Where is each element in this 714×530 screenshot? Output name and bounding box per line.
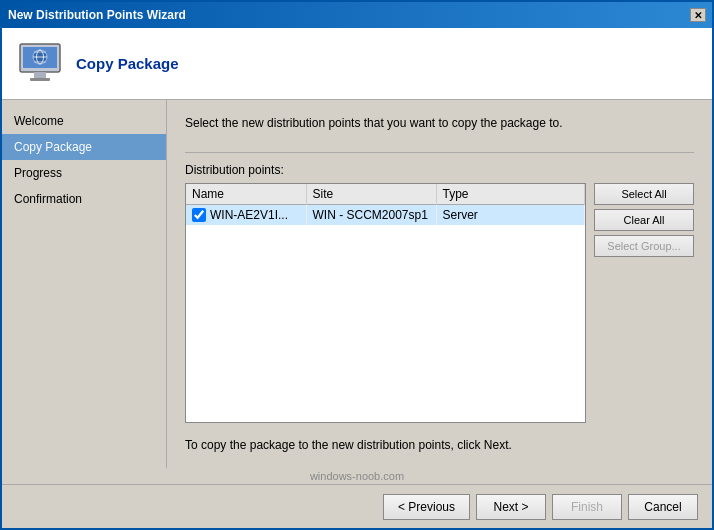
wizard-icon xyxy=(16,40,64,88)
row-type: Server xyxy=(436,205,585,226)
window-title: New Distribution Points Wizard xyxy=(8,8,186,22)
select-all-button[interactable]: Select All xyxy=(594,183,694,205)
distribution-points-table[interactable]: Name Site Type WIN-AE2V1I... xyxy=(185,183,586,423)
sidebar-item-confirmation[interactable]: Confirmation xyxy=(2,186,166,212)
footer-buttons: < Previous Next > Finish Cancel xyxy=(2,484,712,528)
content-area: Select the new distribution points that … xyxy=(167,100,712,468)
row-name-cell: WIN-AE2V1I... xyxy=(186,205,306,226)
cancel-button[interactable]: Cancel xyxy=(628,494,698,520)
clear-all-button[interactable]: Clear All xyxy=(594,209,694,231)
svg-rect-3 xyxy=(30,78,50,81)
title-bar: New Distribution Points Wizard ✕ xyxy=(2,2,712,28)
previous-button[interactable]: < Previous xyxy=(383,494,470,520)
bottom-instruction-text: To copy the package to the new distribut… xyxy=(185,438,694,452)
wizard-window: New Distribution Points Wizard ✕ Copy Pa… xyxy=(0,0,714,530)
close-button[interactable]: ✕ xyxy=(690,8,706,22)
main-content: Welcome Copy Package Progress Confirmati… xyxy=(2,100,712,468)
row-name: WIN-AE2V1I... xyxy=(210,208,288,222)
col-type: Type xyxy=(436,184,585,205)
finish-button[interactable]: Finish xyxy=(552,494,622,520)
sidebar: Welcome Copy Package Progress Confirmati… xyxy=(2,100,167,468)
dp-action-buttons: Select All Clear All Select Group... xyxy=(594,183,694,428)
separator xyxy=(185,152,694,153)
footer: windows-noob.com < Previous Next > Finis… xyxy=(2,468,712,528)
description-text: Select the new distribution points that … xyxy=(185,116,694,130)
svg-rect-2 xyxy=(34,72,46,78)
col-name: Name xyxy=(186,184,306,205)
row-checkbox[interactable] xyxy=(192,208,206,222)
watermark: windows-noob.com xyxy=(2,468,712,484)
sidebar-item-welcome[interactable]: Welcome xyxy=(2,108,166,134)
next-button[interactable]: Next > xyxy=(476,494,546,520)
table-row[interactable]: WIN-AE2V1I... WIN - SCCM2007sp1 Server xyxy=(186,205,585,226)
col-site: Site xyxy=(306,184,436,205)
sidebar-item-copy-package[interactable]: Copy Package xyxy=(2,134,166,160)
row-site: WIN - SCCM2007sp1 xyxy=(306,205,436,226)
select-group-button[interactable]: Select Group... xyxy=(594,235,694,257)
wizard-header: Copy Package xyxy=(2,28,712,100)
distribution-label: Distribution points: xyxy=(185,163,694,177)
sidebar-item-progress[interactable]: Progress xyxy=(2,160,166,186)
wizard-step-title: Copy Package xyxy=(76,55,179,72)
dp-container: Name Site Type WIN-AE2V1I... xyxy=(185,183,694,428)
